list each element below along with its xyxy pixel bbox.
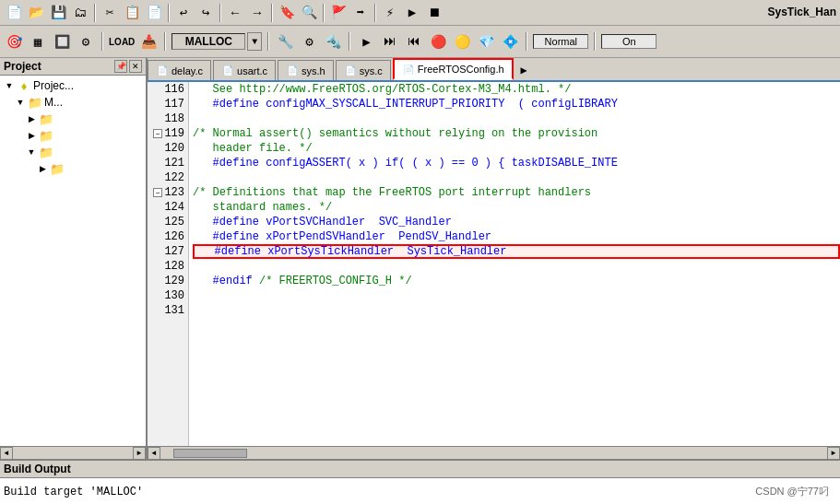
arrow-right-btn[interactable]: ➡ (350, 3, 371, 23)
sidebar-title: Project (4, 60, 41, 73)
ln-125: 125 (148, 215, 188, 229)
debug-btn2[interactable]: ⏭ (380, 31, 400, 52)
tree-toggle-sub1[interactable]: ▶ (26, 113, 37, 124)
expand-123[interactable]: − (153, 188, 162, 197)
ln-117: 117 (148, 97, 188, 111)
tab-usart-c[interactable]: 📄 usart.c (213, 60, 276, 80)
expand-119[interactable]: − (153, 129, 162, 138)
code-line-120: header file. */ (193, 141, 840, 156)
cut-btn[interactable]: ✂ (100, 3, 120, 23)
tree-toggle-sub3[interactable]: ▼ (26, 147, 37, 158)
code-comment-129: /* FREERTOS_CONFIG_H */ (259, 275, 412, 287)
scroll-track[interactable] (13, 447, 133, 459)
flag-btn[interactable]: 🚩 (328, 3, 349, 23)
code-line-131 (193, 303, 840, 318)
scroll-right-btn[interactable]: ► (133, 447, 146, 460)
sidebar-close-btn[interactable]: ✕ (129, 60, 142, 73)
sep8 (164, 32, 166, 51)
h-scroll-left[interactable]: ◄ (148, 447, 160, 460)
code-text-129: #endif (193, 275, 259, 287)
find-btn[interactable]: 🔍 (299, 3, 319, 23)
debug-btn7[interactable]: 💠 (500, 31, 520, 52)
tab-more-btn[interactable]: ▶ (517, 61, 531, 80)
chip-btn[interactable]: 🔲 (52, 31, 72, 52)
tab-sys-h[interactable]: 📄 sys.h (278, 60, 334, 80)
new-file-btn[interactable]: 📄 (4, 3, 24, 23)
ln-124: 124 (148, 200, 188, 215)
settings-btn3[interactable]: 🔩 (323, 31, 343, 52)
build-btn[interactable]: ⚡ (380, 3, 400, 23)
stop-btn[interactable]: ⏹ (424, 3, 444, 23)
open-btn[interactable]: 📂 (26, 3, 46, 23)
tree-item-project[interactable]: ▼ ♦ Projec... (2, 77, 144, 94)
settings-btn1[interactable]: 🔧 (275, 31, 295, 52)
code-line-124: standard names. */ (193, 200, 840, 215)
code-line-123: /* Definitions that map the FreeRTOS por… (193, 185, 840, 200)
tree-toggle-sub2[interactable]: ▶ (26, 130, 37, 141)
build-output-panel: Build Output Build target 'MALLOC' CSDN … (0, 459, 840, 504)
save-btn[interactable]: 💾 (48, 3, 68, 23)
debug-btn5[interactable]: 🟡 (452, 31, 472, 52)
tree-toggle-sub3child[interactable]: ▶ (37, 163, 48, 174)
folder-icon-sub3child: 📁 (50, 161, 65, 176)
code-text-126: #define xPortPendSVHandler PendSV_Handle… (193, 230, 491, 243)
debug-btn6[interactable]: 💎 (476, 31, 496, 52)
tree-item-m[interactable]: ▼ 📁 M... (2, 94, 144, 111)
tree-item-sub3[interactable]: ▼ 📁 (2, 144, 144, 160)
undo-btn[interactable]: ↩ (173, 3, 194, 23)
tree-label-m: M... (44, 96, 63, 109)
copy-btn[interactable]: 📋 (122, 3, 142, 23)
code-line-121: #define configASSERT( x ) if( ( x ) == 0… (193, 156, 840, 170)
tab-bar: 📄 delay.c 📄 usart.c 📄 sys.h 📄 sys.c 📄 Fr… (148, 58, 840, 82)
code-text-119: /* Normal assert() semantics without rel… (193, 127, 597, 140)
config-btn[interactable]: ⚙ (76, 31, 96, 52)
code-text-124: standard names. */ (193, 201, 332, 214)
tree-item-sub1[interactable]: ▶ 📁 (2, 111, 144, 127)
load-btn[interactable]: 📥 (138, 31, 159, 52)
tab-delay-c[interactable]: 📄 delay.c (148, 60, 211, 80)
settings-btn2[interactable]: ⚙ (299, 31, 319, 52)
bookmark-btn[interactable]: 🔖 (277, 3, 297, 23)
sidebar-pin-btn[interactable]: 📌 (114, 60, 127, 73)
folder-icon-sub2: 📁 (39, 128, 53, 143)
paste-btn[interactable]: 📄 (144, 3, 164, 23)
back-btn[interactable]: ← (225, 3, 245, 23)
sidebar-header: Project 📌 ✕ (0, 58, 146, 76)
tab-label-delay: delay.c (172, 65, 203, 76)
debug-btn4[interactable]: 🔴 (428, 31, 448, 52)
malloc-dropdown-btn[interactable]: ▼ (247, 32, 262, 51)
h-scrollbar: ◄ ► (148, 446, 840, 459)
redo-btn[interactable]: ↪ (195, 3, 216, 23)
debug-btn3[interactable]: ⏮ (404, 31, 424, 52)
grid-btn[interactable]: ▦ (28, 31, 48, 52)
h-scroll-right[interactable]: ► (827, 447, 840, 460)
tree-toggle-m[interactable]: ▼ (15, 97, 26, 108)
tab-icon-sys-h: 📄 (286, 64, 299, 77)
build-output-text: Build target 'MALLOC' (4, 486, 143, 498)
h-scroll-thumb[interactable] (173, 449, 247, 458)
tab-sys-c[interactable]: 📄 sys.c (336, 60, 391, 80)
code-editor[interactable]: 116 117 118 −119 120 121 122 −123 124 12… (148, 82, 840, 446)
window-title: SysTick_Han (768, 6, 837, 18)
tab-label-usart: usart.c (237, 65, 267, 76)
save-all-btn[interactable]: 🗂 (70, 3, 90, 23)
editor-area: 📄 delay.c 📄 usart.c 📄 sys.h 📄 sys.c 📄 Fr… (148, 58, 840, 459)
run-btn[interactable]: ▶ (402, 3, 422, 23)
tab-icon-delay: 📄 (156, 64, 169, 77)
code-line-130 (193, 288, 840, 303)
code-line-128 (193, 259, 840, 274)
toolbar-row1: 📄 📂 💾 🗂 ✂ 📋 📄 ↩ ↪ ← → 🔖 🔍 🚩 ➡ ⚡ ▶ ⏹ SysT… (0, 0, 840, 26)
forward-btn[interactable]: → (247, 3, 267, 23)
code-line-127: #define xPortSysTickHandler SysTick_Hand… (193, 244, 840, 259)
debug-btn1[interactable]: ▶ (356, 31, 376, 52)
ln-116: 116 (148, 82, 188, 97)
tree-item-sub3-child[interactable]: ▶ 📁 (2, 160, 144, 177)
tree-label-project: Projec... (33, 79, 74, 92)
target-btn[interactable]: 🎯 (4, 31, 24, 52)
scroll-left-btn[interactable]: ◄ (0, 447, 13, 460)
tree-item-sub2[interactable]: ▶ 📁 (2, 127, 144, 144)
tab-freertos-config[interactable]: 📄 FreeRTOSConfig.h (393, 58, 514, 80)
sep5 (323, 4, 325, 22)
malloc-selector[interactable]: MALLOC ▼ (172, 32, 262, 51)
tree-toggle-project[interactable]: ▼ (4, 80, 15, 91)
